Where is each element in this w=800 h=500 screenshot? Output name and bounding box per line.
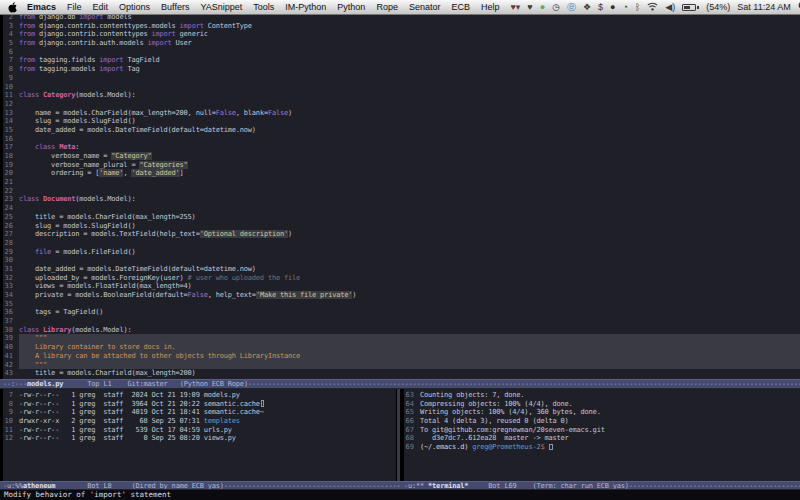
clock-status-icon[interactable]: ◔	[623, 3, 628, 12]
line-number: 2	[3, 15, 13, 22]
text-cursor	[261, 400, 265, 407]
adium-icon[interactable]: ●	[610, 3, 615, 12]
code-line: 20 ordering = ['name', 'date_added']	[3, 169, 800, 178]
dired-window[interactable]: 7-rw-r--r-- 1 greg staff 2024 Oct 21 19:…	[0, 389, 396, 481]
line-number: 18	[3, 152, 13, 161]
line-number: 7	[3, 56, 13, 65]
code-line: 33 views = models.FloatField(max_length=…	[3, 282, 800, 291]
evernote-icon[interactable]: ⓔ	[567, 3, 576, 12]
code-line: 40 Library container to store docs in.	[3, 343, 800, 352]
menu-items: EmacsFileEditOptionsBuffersYASnippetTool…	[27, 2, 510, 12]
code-line: 27 description = models.TextField(help_t…	[3, 230, 800, 239]
heart-icon[interactable]: ♥	[527, 3, 532, 12]
bluetooth-icon[interactable]: ᛒ	[635, 3, 640, 12]
dropbox-icon[interactable]: ❖	[583, 3, 591, 12]
text-cursor	[549, 444, 553, 451]
battery-nub	[697, 6, 699, 9]
code-line: 29 file = models.FileField()	[3, 248, 800, 257]
modeline-models-py[interactable]: --:---models.py Top L1 Git:master (Pytho…	[0, 379, 800, 389]
line-number: 11	[3, 426, 13, 435]
menu-item-senator[interactable]: Senator	[409, 2, 441, 12]
line-number: 34	[3, 291, 13, 300]
line-number: 14	[3, 117, 13, 126]
code-line: 15 date_added = models.DateTimeField(def…	[3, 126, 800, 135]
line-number: 9	[3, 74, 13, 83]
line-number: 19	[3, 161, 13, 170]
line-number: 25	[3, 213, 13, 222]
battery-percent: (54%)	[706, 2, 730, 12]
code-line: 14 slug = models.SlugField()	[3, 117, 800, 126]
menu-item-edit[interactable]: Edit	[93, 2, 109, 12]
line-number: 37	[3, 317, 13, 326]
line-number: 16	[3, 135, 13, 144]
code-line: 36 tags = TagField()	[3, 308, 800, 317]
dired-row[interactable]: 8-rw-r--r-- 1 greg staff 3964 Oct 21 20:…	[3, 400, 396, 409]
menu-item-im-python[interactable]: IM-Python	[285, 2, 326, 12]
terminal-window[interactable]: 63Counting objects: 7, done.64Compressin…	[401, 389, 800, 481]
line-number: 35	[3, 300, 13, 309]
menubar-clock[interactable]: Sat 11:24 AM	[737, 2, 790, 12]
bottom-windows: 7-rw-r--r-- 1 greg staff 2024 Oct 21 19:…	[0, 389, 800, 481]
code-line: 28	[3, 239, 800, 248]
code-line: 21	[3, 178, 800, 187]
menu-item-emacs[interactable]: Emacs	[27, 2, 56, 12]
timer-icon[interactable]: ◷	[552, 3, 560, 12]
menu-item-buffers[interactable]: Buffers	[161, 2, 189, 12]
line-number: 15	[3, 126, 13, 135]
code-line: 31 date_added = models.DateTimeField(def…	[3, 265, 800, 274]
line-number: 9	[3, 408, 13, 417]
code-line: 12	[3, 100, 800, 109]
menu-item-tools[interactable]: Tools	[253, 2, 274, 12]
code-line: 32 uploaded_by = models.ForeignKey(user)…	[3, 274, 800, 283]
line-number: 6	[3, 48, 13, 57]
code-line: 26 slug = models.SlugField()	[3, 222, 800, 231]
wifi-icon[interactable]	[647, 2, 658, 13]
line-number: 33	[3, 282, 13, 291]
menu-item-yasnippet[interactable]: YASnippet	[200, 2, 242, 12]
code-line: 38class Library(models.Model):	[3, 326, 800, 335]
line-number: 20	[3, 169, 13, 178]
desktop-screen: EmacsFileEditOptionsBuffersYASnippetTool…	[0, 0, 800, 500]
editor-window[interactable]: 2from django.db import models 3from djan…	[0, 15, 800, 379]
dollar-icon[interactable]: $	[598, 3, 603, 12]
line-number: 28	[3, 239, 13, 248]
battery-icon	[682, 4, 696, 11]
line-number: 42	[3, 361, 13, 370]
menubar-status-area: ♥▾♥●◷ⓔ❖$●◔ᛒ ◀) (54%) Sat 11:24 AM	[510, 1, 800, 13]
apple-menu-icon[interactable]	[8, 2, 17, 13]
terminal-line: 67To git@github.com:gregnewman/20seven-e…	[404, 426, 800, 435]
modeline-dired[interactable]: -u:%%atheneum Bot L8 (Dired by name ECB …	[0, 481, 401, 490]
dired-row[interactable]: 10drwxr-xr-x 2 greg staff 68 Sep 25 07:3…	[3, 417, 396, 426]
menu-item-options[interactable]: Options	[119, 2, 150, 12]
menu-item-python[interactable]: Python	[337, 2, 365, 12]
code-line: 13 name = models.CharField(max_length=20…	[3, 109, 800, 118]
dired-row[interactable]: 12-rw-r--r-- 1 greg staff 0 Sep 25 08:20…	[3, 434, 396, 443]
menu-item-ecb[interactable]: ECB	[451, 2, 470, 12]
dired-row[interactable]: 9-rw-r--r-- 1 greg staff 4019 Oct 21 18:…	[3, 408, 396, 417]
line-number: 68	[404, 434, 414, 443]
green-status-icon[interactable]: ●	[540, 3, 545, 12]
dired-row[interactable]: 7-rw-r--r-- 1 greg staff 2024 Oct 21 19:…	[3, 391, 396, 400]
volume-icon[interactable]: ◀)	[665, 3, 675, 12]
menu-item-file[interactable]: File	[67, 2, 82, 12]
code-line: 18 verbose_name = "Category"	[3, 152, 800, 161]
code-line: 7from tagging.fields import TagField	[3, 56, 800, 65]
heart-menu-icon[interactable]: ♥▾	[510, 3, 520, 12]
menu-item-help[interactable]: Help	[481, 2, 500, 12]
line-number: 4	[3, 30, 13, 39]
terminal-line: 68 d3e7dc7..612ea28 master -> master	[404, 434, 800, 443]
modeline-terminal[interactable]: -u:** *terminal* Bot L69 (Term: char run…	[401, 481, 800, 490]
line-number: 36	[3, 308, 13, 317]
code-line: 2from django.db import models	[3, 15, 800, 22]
modeline-dashes: ----------------------------------------…	[629, 482, 800, 490]
code-line: 22	[3, 187, 800, 196]
menubar: EmacsFileEditOptionsBuffersYASnippetTool…	[0, 0, 800, 15]
terminal-line: 63Counting objects: 7, done.	[404, 391, 800, 400]
dired-row[interactable]: 11-rw-r--r-- 1 greg staff 539 Oct 17 04:…	[3, 426, 396, 435]
code-line: 43 title = models.Charfield(max_length=2…	[3, 369, 800, 378]
menu-item-rope[interactable]: Rope	[376, 2, 398, 12]
battery-indicator[interactable]	[682, 4, 699, 11]
line-number: 69	[404, 443, 414, 452]
line-number: 5	[3, 39, 13, 48]
code-line: 24	[3, 204, 800, 213]
